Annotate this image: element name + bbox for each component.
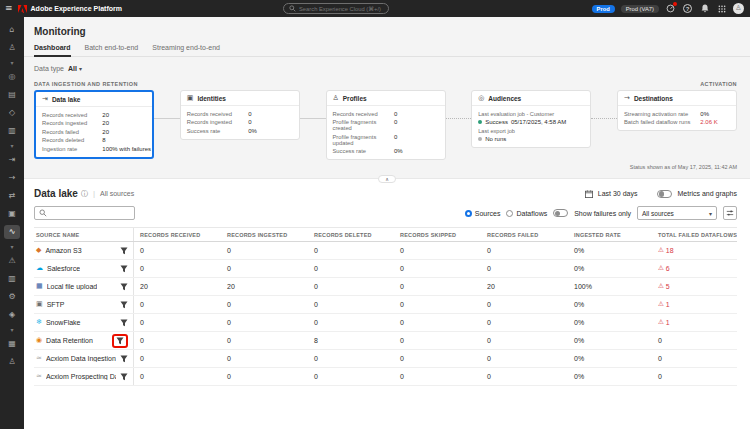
records-received-cell: 0: [134, 319, 221, 326]
source-name-link[interactable]: Amazon S3: [45, 247, 81, 254]
metrics-graphs-toggle[interactable]: [657, 190, 672, 198]
records-skipped-cell: 0: [394, 319, 481, 326]
home-icon[interactable]: ⌂: [4, 23, 20, 37]
chevron-down-icon[interactable]: ▾: [4, 142, 20, 149]
chevron-down-icon: ▾: [79, 65, 82, 72]
tags-icon[interactable]: ◈: [4, 308, 20, 322]
ingested-rate-cell: 0%: [568, 373, 652, 380]
sandbox-switcher[interactable]: Prod (VA7): [621, 5, 659, 13]
records-received-cell: 0: [134, 373, 221, 380]
amazon-s3-icon: ◆: [36, 247, 41, 254]
source-name-link[interactable]: SFTP: [47, 301, 65, 308]
source-name-link[interactable]: SnowFlake: [46, 319, 81, 326]
user-avatar[interactable]: ♙: [733, 3, 744, 14]
table-row[interactable]: ≈ Acxiom Prospecting Dat 0 0 0 0 0 0% 0: [34, 368, 737, 386]
show-failures-toggle[interactable]: [553, 209, 568, 217]
main-content: Monitoring Dashboard Batch end-to-end St…: [24, 17, 750, 429]
dataflows-icon[interactable]: ⇄: [4, 189, 20, 203]
apps-grid-icon[interactable]: [716, 3, 727, 14]
col-records-skipped: RECORDS SKIPPED: [394, 232, 481, 238]
source-name-link[interactable]: Data Retention: [46, 337, 93, 344]
radio-sources[interactable]: Sources: [465, 210, 501, 217]
records-deleted-cell: 0: [308, 283, 394, 290]
org-icon[interactable]: ▦: [4, 337, 20, 351]
source-name-link[interactable]: Local file upload: [47, 283, 98, 290]
warning-icon: ⚠: [658, 319, 664, 326]
total-failed-dataflows-cell: 0: [652, 337, 737, 344]
brand: Adobe Experience Platform: [18, 5, 122, 13]
audit-logs-icon[interactable]: ▥: [4, 272, 20, 286]
help-icon[interactable]: ?: [682, 3, 693, 14]
metrics-icon[interactable]: [665, 3, 676, 14]
local-file-upload-icon: ▦: [36, 283, 43, 290]
sources-icon[interactable]: ⇥: [4, 153, 20, 167]
card-destinations[interactable]: → Destinations Streaming activation rate…: [617, 90, 737, 131]
source-name-link[interactable]: Acxiom Prospecting Dat: [46, 373, 116, 380]
filter-funnel-icon[interactable]: [120, 355, 128, 363]
collapse-overview-button[interactable]: ∧: [378, 175, 396, 183]
filter-funnel-icon[interactable]: [120, 373, 128, 381]
acxiom-icon: ≈: [36, 373, 42, 380]
filter-funnel-icon[interactable]: [120, 247, 128, 255]
datasets-icon[interactable]: ▤: [4, 88, 20, 102]
job-label: Last export job: [478, 128, 584, 134]
queries-icon[interactable]: ▥: [4, 124, 20, 138]
table-search-input[interactable]: [50, 210, 130, 217]
profiles-icon[interactable]: ♙: [4, 41, 20, 55]
table-row[interactable]: ≈ Acxiom Data Ingestion 0 0 0 0 0 0% 0: [34, 350, 737, 368]
chevron-down-icon[interactable]: ▾: [4, 59, 20, 66]
data-lake-panel: ∧ Data lake ⓘ | All sources Last 30 days…: [24, 178, 750, 429]
filter-funnel-icon[interactable]: [120, 283, 128, 291]
tab-dashboard[interactable]: Dashboard: [34, 44, 71, 57]
tab-batch-end-to-end[interactable]: Batch end-to-end: [85, 44, 139, 56]
table-row[interactable]: ◆ Amazon S3 0 0 0 0 0 0% ⚠18: [34, 242, 737, 260]
filter-funnel-icon[interactable]: [120, 301, 128, 309]
records-skipped-cell: 0: [394, 283, 481, 290]
tab-streaming-end-to-end[interactable]: Streaming end-to-end: [152, 44, 220, 56]
records-received-cell: 0: [134, 337, 221, 344]
chevron-down-icon[interactable]: ▾: [4, 326, 20, 333]
destinations-icon[interactable]: →: [4, 171, 20, 185]
card-audiences[interactable]: ◎ Audiences Last evaluation job - Custom…: [471, 90, 591, 148]
audiences-icon[interactable]: ◎: [4, 70, 20, 84]
info-icon[interactable]: ⓘ: [81, 189, 88, 199]
snowflake-icon: ❄: [36, 319, 42, 326]
hamburger-menu-icon[interactable]: ≡: [0, 4, 18, 13]
table-search[interactable]: [34, 206, 135, 220]
tools-icon[interactable]: ⚙: [4, 290, 20, 304]
data-type-select[interactable]: All ▾: [68, 65, 82, 72]
table-row[interactable]: ▦ Local file upload 20 20 0 0 20 100% ⚠5: [34, 278, 737, 296]
column-settings-button[interactable]: [723, 206, 737, 220]
global-search-input[interactable]: [299, 6, 383, 12]
date-range-select[interactable]: Last 30 days: [598, 190, 638, 197]
card-data-lake[interactable]: ⇥ Data lake Records received20 Records i…: [34, 90, 154, 159]
monitoring-icon[interactable]: ∿: [4, 225, 20, 239]
env-badge[interactable]: Prod: [592, 5, 615, 13]
identities-icon: ▣: [187, 95, 194, 102]
records-ingested-cell: 0: [221, 301, 308, 308]
col-total-failed-dataflows: TOTAL FAILED DATAFLOWS: [652, 232, 737, 238]
identities-icon[interactable]: ▣: [4, 207, 20, 221]
source-name-link[interactable]: Acxiom Data Ingestion: [46, 355, 116, 362]
card-identities[interactable]: ▣ Identities Records received0 Records i…: [180, 90, 300, 140]
card-profiles[interactable]: ♙ Profiles Records received0 Profile fra…: [326, 90, 446, 160]
filter-funnel-icon-highlighted[interactable]: [112, 334, 128, 348]
ingested-rate-cell: 0%: [568, 247, 652, 254]
filter-funnel-icon[interactable]: [120, 319, 128, 327]
brand-title: Adobe Experience Platform: [31, 5, 122, 12]
table-row[interactable]: ❄ SnowFlake 0 0 0 0 0 0% ⚠1: [34, 314, 737, 332]
source-name-link[interactable]: Salesforce: [47, 265, 80, 272]
notifications-bell-icon[interactable]: [699, 3, 710, 14]
chevron-down-icon[interactable]: ▾: [4, 243, 20, 250]
global-search[interactable]: [283, 3, 389, 14]
radio-dataflows[interactable]: Dataflows: [506, 210, 547, 217]
records-skipped-cell: 0: [394, 301, 481, 308]
users-icon[interactable]: ♙: [4, 355, 20, 369]
table-row[interactable]: ▣ SFTP 0 0 0 0 0 0% ⚠1: [34, 296, 737, 314]
sources-filter-select[interactable]: All sources ▾: [637, 206, 717, 220]
table-row[interactable]: ☁ Salesforce 0 0 0 0 0 0% ⚠6: [34, 260, 737, 278]
alerts-icon[interactable]: ⚠: [4, 254, 20, 268]
filter-funnel-icon[interactable]: [120, 265, 128, 273]
schemas-icon[interactable]: ◇: [4, 106, 20, 120]
table-row[interactable]: ◉ Data Retention 0 0 8 0 0 0% 0: [34, 332, 737, 350]
